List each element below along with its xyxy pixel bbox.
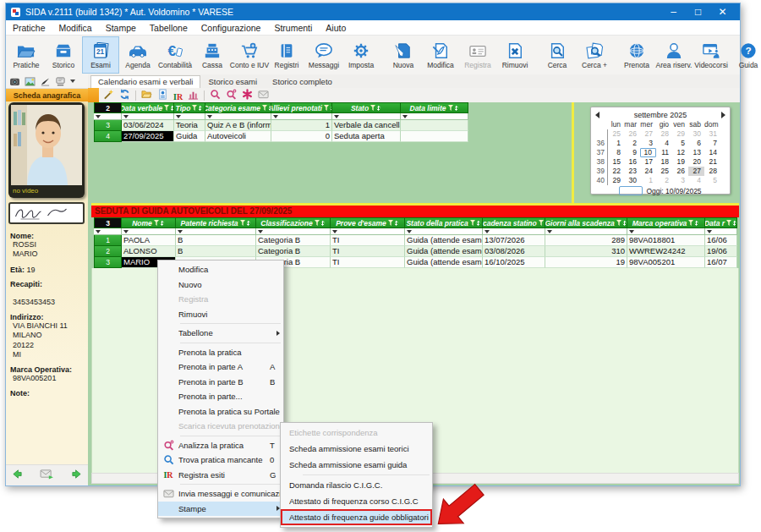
- column-header-stato-della-pratica[interactable]: Stato della pratica: [405, 217, 483, 228]
- toolbar-button-modifica[interactable]: Modifica: [422, 36, 459, 74]
- calendar-day[interactable]: 1: [640, 176, 656, 185]
- toolbar-button-messaggi[interactable]: Messaggi: [305, 36, 342, 74]
- cell[interactable]: Guida (attende esame): [405, 257, 483, 268]
- tab-storico-esami[interactable]: Storico esami: [200, 75, 265, 88]
- row-number[interactable]: 4: [94, 131, 122, 142]
- column-header-stato[interactable]: Stato: [332, 102, 401, 113]
- toolbar-button-videocorsi[interactable]: Videocorsi: [693, 36, 730, 74]
- cell[interactable]: ALONSO: [122, 246, 176, 257]
- calendar-day[interactable]: 30: [688, 129, 704, 139]
- dropdown-arrow-icon[interactable]: [70, 80, 75, 83]
- cell[interactable]: 0: [271, 131, 332, 142]
- calendar-day[interactable]: 14: [704, 148, 720, 157]
- column-header-marca-operativa[interactable]: Marca operativa: [627, 217, 705, 228]
- cell[interactable]: Guida (attende esame): [405, 246, 483, 257]
- menu-item-registra[interactable]: Registra: [158, 292, 283, 307]
- filter-cell[interactable]: [271, 113, 332, 120]
- cell[interactable]: 27/09/2025: [122, 131, 174, 142]
- calendar-day[interactable]: 12: [672, 148, 688, 157]
- toolbar-button-area-riserv[interactable]: Area riserv.: [655, 36, 693, 74]
- table-corner-cell[interactable]: 3: [94, 217, 122, 228]
- close-button[interactable]: ✕: [710, 3, 735, 20]
- cell[interactable]: Categoria B: [256, 246, 331, 257]
- toolbar-button-imposta[interactable]: Imposta: [342, 36, 380, 74]
- chart-icon[interactable]: [188, 88, 199, 103]
- filter-cell[interactable]: [94, 228, 122, 235]
- calendar-day[interactable]: 31: [704, 129, 720, 139]
- cell[interactable]: Categoria B: [256, 235, 331, 246]
- filter-sort-icon[interactable]: [726, 220, 737, 227]
- tab-calendario-esami-e-verbali[interactable]: Calendario esami e verbali: [90, 75, 200, 88]
- calendar-day[interactable]: 13: [688, 148, 704, 157]
- filter-cell[interactable]: [122, 228, 176, 235]
- menu-item-prenota-in-parte-b[interactable]: Prenota in parte BB: [158, 375, 283, 390]
- filter-cell[interactable]: [627, 228, 705, 235]
- cell[interactable]: [401, 120, 468, 131]
- menubar-item-stampe[interactable]: Stampe: [99, 23, 143, 33]
- menubar-item-pratiche[interactable]: Pratiche: [6, 23, 52, 33]
- filter-sort-icon[interactable]: [192, 105, 203, 112]
- filter-cell[interactable]: [205, 113, 271, 120]
- column-header-classificazione[interactable]: Classificazione: [256, 217, 331, 228]
- mail-icon[interactable]: [258, 88, 269, 103]
- filter-sort-icon[interactable]: [539, 220, 545, 227]
- menubar-item-tabellone[interactable]: Tabellone: [143, 23, 194, 33]
- menu-item-modifica[interactable]: Modifica: [158, 262, 283, 277]
- panel-handle[interactable]: [88, 88, 99, 102]
- toolbar-button-contabilit[interactable]: €Contabilità: [156, 36, 194, 74]
- maximize-button[interactable]: □: [686, 3, 710, 20]
- toolbar-button-registri[interactable]: Registri: [268, 36, 305, 74]
- asterisk-icon[interactable]: [242, 88, 253, 103]
- calendar-day[interactable]: 23: [624, 167, 640, 176]
- menu-item-stampe[interactable]: Stampe: [158, 502, 283, 517]
- calendar-day[interactable]: 29: [672, 129, 688, 139]
- calendar-day[interactable]: 18: [656, 157, 672, 167]
- filter-cell[interactable]: [174, 113, 205, 120]
- calendar-day[interactable]: 30: [624, 176, 640, 185]
- column-header-tipo[interactable]: Tipo: [174, 102, 205, 113]
- menu-item-attestato-di-frequenza-guide-obbligatorie[interactable]: Attestato di frequenza guide obbligatori…: [281, 509, 432, 525]
- prev-arrow-icon[interactable]: [11, 468, 24, 483]
- cell[interactable]: TI: [331, 235, 405, 246]
- calendar-day[interactable]: 17: [640, 157, 656, 167]
- calendar-day[interactable]: 11: [656, 148, 672, 157]
- filter-cell[interactable]: [705, 228, 737, 235]
- menubar-item-aiuto[interactable]: Aiuto: [319, 23, 353, 33]
- cell[interactable]: WWREW24242: [627, 246, 705, 257]
- minimize-button[interactable]: –: [661, 3, 686, 20]
- calendar-day[interactable]: 25: [608, 129, 624, 139]
- table-corner-cell[interactable]: 2: [94, 102, 122, 113]
- signature-pen-icon[interactable]: [40, 77, 51, 86]
- cell[interactable]: 1: [271, 120, 332, 131]
- cell[interactable]: 98VA005201: [627, 257, 705, 268]
- menu-item-scheda-ammissione-esami-teorici[interactable]: Scheda ammissione esami teorici: [281, 441, 432, 457]
- menu-item-trova-pratica-mancante[interactable]: Trova pratica mancante0: [158, 452, 283, 468]
- calendar-day[interactable]: 28: [704, 167, 720, 176]
- calendar-today-box[interactable]: [619, 186, 643, 195]
- filter-sort-icon[interactable]: [448, 105, 459, 112]
- refresh-icon[interactable]: [119, 88, 130, 103]
- filter-sort-icon[interactable]: [470, 220, 481, 227]
- cell[interactable]: Quiz A e B (inform.): [205, 120, 271, 131]
- toolbar-button-nuova[interactable]: Nuova: [385, 36, 422, 74]
- menu-item-prenota-la-pratica[interactable]: Prenota la pratica: [158, 345, 283, 360]
- cell[interactable]: Guida: [174, 131, 205, 142]
- cell[interactable]: 03/08/2026: [483, 246, 545, 257]
- filter-cell[interactable]: [176, 228, 256, 235]
- calendar-day[interactable]: 3: [672, 176, 688, 185]
- menu-item-invia-messaggi-e-comunicazioni[interactable]: Invia messaggi e comunicazioni: [158, 486, 283, 502]
- menu-item-domanda-rilascio-c-i-g-c[interactable]: Domanda rilascio C.I.G.C.: [281, 477, 432, 493]
- filter-cell[interactable]: [94, 113, 122, 120]
- cell[interactable]: TI: [331, 257, 405, 268]
- row-number[interactable]: 3: [94, 120, 122, 131]
- column-header-patente-richiesta[interactable]: Patente richiesta: [176, 217, 256, 228]
- filter-sort-icon[interactable]: [154, 220, 165, 227]
- filter-sort-icon[interactable]: [370, 105, 381, 112]
- filter-cell[interactable]: [332, 113, 401, 120]
- next-arrow-icon[interactable]: [70, 468, 83, 483]
- filter-sort-icon[interactable]: [164, 105, 174, 112]
- filter-sort-icon[interactable]: [688, 220, 699, 227]
- calendar-day[interactable]: 28: [656, 129, 672, 139]
- menu-item-etichette-corrispondenza[interactable]: Etichette corrispondenza: [281, 425, 432, 441]
- toolbar-button-pratiche[interactable]: Pratiche: [8, 36, 45, 74]
